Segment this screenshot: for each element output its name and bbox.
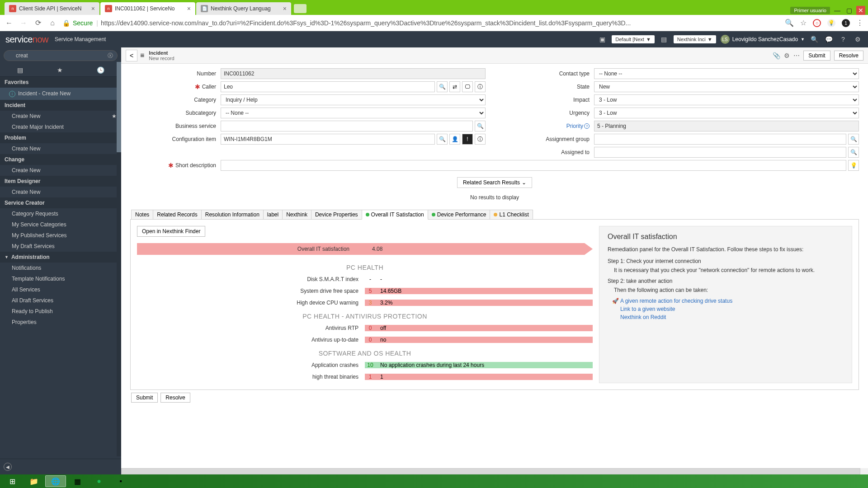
scrollbar-thumb[interactable] — [117, 62, 121, 152]
search-icon[interactable]: 🔍 — [785, 19, 794, 27]
gear-icon[interactable]: ⚙ — [853, 34, 863, 44]
update-set-icon[interactable]: ▣ — [597, 34, 607, 44]
menu-icon[interactable]: ⋮ — [856, 19, 863, 27]
remediation-link[interactable]: Link to a given website — [620, 306, 844, 312]
minimize-icon[interactable]: — — [833, 6, 842, 15]
form-tab[interactable]: Resolution Information — [201, 210, 264, 219]
short-description-field[interactable] — [221, 160, 846, 171]
close-icon[interactable]: × — [283, 5, 287, 12]
sidebar-section-heading[interactable]: Change — [0, 154, 121, 165]
submit-button[interactable]: Submit — [131, 393, 158, 403]
chrome-icon[interactable]: 🌐 — [45, 475, 66, 487]
back-icon[interactable]: ← — [5, 19, 14, 28]
category-select[interactable]: Inquiry / Help — [221, 94, 486, 105]
tree-icon[interactable]: 👤 — [449, 134, 460, 145]
reload-icon[interactable]: ⟳ — [33, 19, 42, 28]
related-search-button[interactable]: Related Search Results ⌄ — [457, 177, 532, 188]
explorer-icon[interactable]: 📁 — [24, 475, 44, 487]
sidebar-admin-heading[interactable]: ▼ Administration — [0, 252, 121, 263]
search-icon[interactable]: 🔍 — [809, 34, 819, 44]
maximize-icon[interactable]: ▢ — [844, 6, 854, 15]
form-tab[interactable]: Notes — [131, 210, 153, 219]
label-priority[interactable]: Priority? — [566, 123, 590, 129]
personalize-icon[interactable]: ⚙ — [784, 52, 790, 59]
tree-icon[interactable]: ⇄ — [449, 81, 460, 92]
lookup-icon[interactable]: 🔍 — [437, 81, 448, 92]
nav-filter-input[interactable] — [4, 50, 118, 61]
urgency-select[interactable]: 3 - Low — [594, 108, 859, 118]
scope-dropdown[interactable]: Nexthink Inci ▼ — [674, 35, 716, 43]
form-tab[interactable]: Related Records — [153, 210, 201, 219]
favorites-icon[interactable]: ★ — [57, 66, 63, 74]
app-icon[interactable]: ▦ — [67, 475, 88, 487]
resolve-button[interactable]: Resolve — [160, 393, 190, 403]
remediation-link[interactable]: 🚀A given remote action for checking driv… — [620, 298, 844, 304]
contact-type-select[interactable]: -- None -- — [594, 68, 859, 79]
browser-tab[interactable]: n Client Side API | ServiceN × — [5, 2, 99, 15]
browser-tab[interactable]: n INC0011062 | ServiceNo × — [100, 2, 195, 15]
info-icon[interactable]: ! — [462, 134, 473, 145]
sidebar-section-heading[interactable]: Problem — [0, 132, 121, 143]
start-button[interactable]: ⊞ — [2, 475, 23, 487]
sidebar-item[interactable]: Create New★ — [0, 111, 121, 122]
form-tab[interactable]: Nexthink — [282, 210, 311, 219]
form-tab[interactable]: Overall IT Satisfaction — [362, 210, 428, 220]
sidebar-item[interactable]: Create New — [0, 187, 121, 197]
sidebar-item[interactable]: Properties — [0, 317, 121, 328]
lookup-icon[interactable]: 🔍 — [848, 134, 859, 145]
all-apps-icon[interactable]: ▤ — [17, 66, 23, 74]
scope-icon[interactable]: ▤ — [659, 34, 669, 44]
sidebar-item[interactable]: My Published Services — [0, 230, 121, 241]
extension-icon[interactable]: ○ — [813, 19, 821, 27]
state-select[interactable]: New — [594, 81, 859, 92]
lookup-icon[interactable]: 🔍 — [437, 134, 448, 145]
caller-field[interactable] — [221, 81, 435, 92]
preview-icon[interactable]: 🖵 — [462, 81, 473, 92]
close-icon[interactable]: × — [187, 5, 191, 12]
star-icon[interactable]: ☆ — [800, 19, 807, 27]
open-finder-button[interactable]: Open in Nexthink Finder — [137, 226, 205, 237]
scrollbar-thumb[interactable] — [121, 468, 860, 474]
form-tab[interactable]: Device Performance — [428, 210, 491, 219]
close-icon[interactable]: × — [91, 5, 95, 12]
update-set-dropdown[interactable]: Default [Next ▼ — [612, 35, 654, 43]
sidebar-item[interactable]: Category Requests — [0, 208, 121, 219]
business-service-field[interactable] — [221, 121, 473, 131]
clear-icon[interactable]: ⓧ — [108, 52, 113, 60]
attachment-icon[interactable]: 📎 — [773, 52, 780, 59]
info-icon[interactable]: ⓘ — [475, 81, 486, 92]
help-icon[interactable]: ? — [838, 34, 848, 44]
window-close-icon[interactable]: ✕ — [856, 6, 865, 15]
form-tab[interactable]: label — [263, 210, 283, 219]
servicenow-logo[interactable]: servicenow — [5, 34, 48, 45]
assigned-to-field[interactable] — [594, 147, 846, 158]
user-menu[interactable]: LS Leovigildo SanchezCasado ▼ — [721, 35, 805, 44]
submit-button[interactable]: Submit — [803, 51, 830, 61]
impact-select[interactable]: 3 - Low — [594, 94, 859, 105]
sidebar-item[interactable]: Create New — [0, 143, 121, 154]
subcategory-select[interactable]: -- None -- — [221, 108, 486, 118]
suggestion-icon[interactable]: 💡 — [848, 160, 859, 171]
lookup-icon[interactable]: 🔍 — [848, 147, 859, 158]
preview-icon[interactable]: ⓘ — [475, 134, 486, 145]
sidebar-scrollbar[interactable] — [117, 62, 121, 456]
form-tab[interactable]: Device Properties — [311, 210, 362, 219]
horizontal-scrollbar[interactable] — [121, 468, 868, 474]
address-bar[interactable]: 🔒 Secure | https://dev14090.service-now.… — [62, 19, 779, 27]
app-icon[interactable]: ▪ — [110, 475, 131, 487]
chat-icon[interactable]: 💬 — [824, 34, 834, 44]
star-icon[interactable]: ★ — [112, 113, 117, 119]
config-item-field[interactable] — [221, 134, 435, 145]
browser-tab[interactable]: 📄 Nexthink Query Languag × — [196, 2, 291, 15]
sidebar-item[interactable]: My Draft Services — [0, 241, 121, 252]
sidebar-item[interactable]: Ready to Publish — [0, 306, 121, 317]
remediation-link[interactable]: Nexthink on Reddit — [620, 314, 844, 320]
sidebar-item[interactable]: All Draft Services — [0, 295, 121, 306]
sidebar-section-heading[interactable]: Item Designer — [0, 176, 121, 187]
back-button[interactable]: < — [126, 50, 137, 61]
assignment-group-field[interactable] — [594, 134, 846, 145]
sidebar-item-incident-create[interactable]: iIncident - Create New — [0, 88, 121, 100]
sidebar-item[interactable]: Create Major Incident — [0, 122, 121, 132]
sidebar-item[interactable]: Create New — [0, 165, 121, 176]
form-tab[interactable]: L1 Checklist — [490, 210, 533, 219]
